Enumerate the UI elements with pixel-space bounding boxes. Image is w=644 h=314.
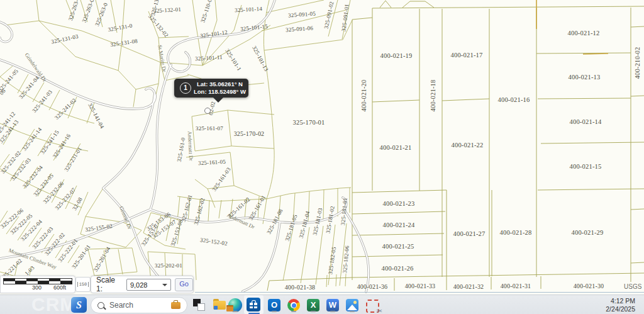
chrome-icon[interactable] <box>286 298 301 313</box>
parcel-label: 400-021-33 <box>405 283 436 289</box>
excel-icon[interactable]: X <box>306 298 321 313</box>
parcel-label: 400-021-30 <box>574 283 604 289</box>
parcel-label: 400-021-26 <box>382 265 414 272</box>
parcel-map-app: 325-263-325-263-0325-263-0325-131-03325-… <box>0 0 644 314</box>
parcel-label: 325-202-01 <box>155 262 182 269</box>
briefcase-icon <box>171 302 180 309</box>
parcel-label: 400-021-29 <box>572 229 604 236</box>
parcel-label: 400-021-16 <box>498 96 530 103</box>
parcel-label: 400-021-23 <box>383 200 415 207</box>
parcel-label: 400-021-17 <box>451 52 483 59</box>
crmls-logo: S <box>71 297 87 313</box>
clock-time: 4:12 PM <box>606 297 635 305</box>
parcel-label: 400-021-24 <box>383 221 415 228</box>
scale-select[interactable]: 9,028 <box>126 279 171 291</box>
parcel-label: 400-021-20 <box>360 80 367 112</box>
parcel-label: 400-021-22 <box>452 142 484 149</box>
parcel-label: 325-161-07 <box>196 125 223 132</box>
photos-icon[interactable] <box>345 298 360 313</box>
tooltip-lat: Lat: 35.06261° N <box>191 81 248 88</box>
highlight-boundary <box>536 0 608 54</box>
word-icon[interactable]: W <box>325 298 340 313</box>
scale-control: Scale 1: 9,028 Go <box>91 276 194 293</box>
taskbar-clock[interactable]: 4:12 PM 2/24/2025 <box>606 297 635 313</box>
scale-icon[interactable]: 150 <box>75 277 91 292</box>
map-marker[interactable] <box>204 108 211 114</box>
map-attribution: USGS <box>624 283 641 290</box>
parcel-label: 400-021-12 <box>568 30 600 36</box>
parcel-label: 400-021-18 <box>430 80 436 112</box>
snipping-tool-icon[interactable]: ✂ <box>364 298 379 313</box>
parcel-label: 400-021-21 <box>380 144 412 151</box>
file-explorer-icon[interactable] <box>213 299 226 310</box>
map-bottom-edge <box>195 292 644 293</box>
tooltip-lon: Lon: 118.52498° W <box>191 88 248 96</box>
go-button[interactable]: Go <box>175 278 193 291</box>
ruler-label-300: 300 <box>32 284 42 291</box>
parcel-label: 325-170-02 <box>234 130 265 137</box>
tooltip-coordinates: Lat: 35.06261° N Lon: 118.52498° W <box>191 81 248 96</box>
ruler-label-600ft: 600ft <box>53 284 66 291</box>
parcel-label: 400-021-28 <box>500 229 532 236</box>
parcel-label: 325-170-01 <box>293 119 325 126</box>
parcel-label: 400-021-15 <box>570 163 602 170</box>
edge-icon[interactable] <box>228 298 243 313</box>
scale-ruler-panel: 300 600ft <box>0 276 75 293</box>
parcel-label: 400-021-14 <box>570 118 602 125</box>
parcel-label: 400-021-25 <box>382 243 414 250</box>
outlook-icon[interactable]: O <box>267 298 282 313</box>
search-placeholder: Search <box>109 301 171 310</box>
parcel-label: 400-210-02 <box>634 47 641 79</box>
task-view-icon[interactable] <box>193 299 206 311</box>
coordinate-tooltip: 1 Lat: 35.06261° N Lon: 118.52498° W <box>174 79 248 98</box>
scissors-icon: ✂ <box>377 307 382 314</box>
map-canvas[interactable] <box>0 0 644 294</box>
parcel-label: 400-021-38 <box>285 284 316 291</box>
microsoft-store-icon[interactable] <box>244 295 264 314</box>
scale-label: Scale 1: <box>96 276 123 293</box>
parcel-label: 400-021-19 <box>380 52 413 59</box>
parcel-label: 400-021-32 <box>453 283 484 290</box>
clock-date: 2/24/2025 <box>606 305 635 313</box>
taskbar: CRML S Search O X <box>0 294 644 314</box>
parcel-label: 400-021-31 <box>501 283 531 289</box>
parcel-label: 400-021-36 <box>357 283 388 290</box>
parcel-label: 400-021-13 <box>569 74 601 81</box>
tooltip-marker-number: 1 <box>180 82 191 94</box>
search-icon <box>97 302 104 309</box>
taskbar-search[interactable]: Search <box>91 297 187 313</box>
parcel-label: 400-021-27 <box>453 230 486 237</box>
